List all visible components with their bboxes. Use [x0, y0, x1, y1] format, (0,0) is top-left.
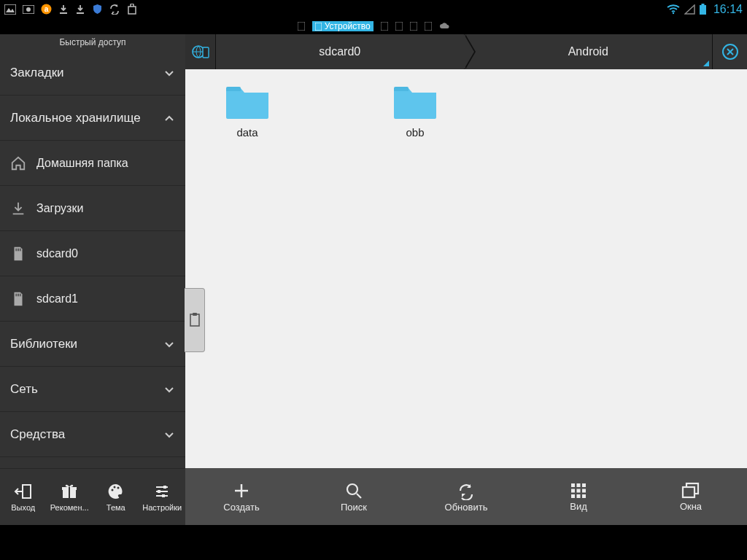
- folder-label: obb: [406, 126, 424, 139]
- android-statusbar: a 16:14: [0, 0, 747, 18]
- sidebar-item-downloads[interactable]: Загрузки: [0, 186, 185, 231]
- svg-rect-17: [20, 248, 21, 251]
- chevron-down-icon: [163, 338, 175, 350]
- folder-obb[interactable]: obb: [375, 82, 455, 139]
- svg-rect-41: [577, 489, 581, 492]
- svg-point-3: [26, 7, 31, 12]
- breadcrumb-close-button[interactable]: [712, 34, 747, 69]
- svg-rect-40: [571, 489, 575, 492]
- svg-point-27: [117, 486, 119, 489]
- chevron-down-icon: [163, 429, 175, 440]
- sidebar: Быстрый доступ Закладки Локальное хранил…: [0, 34, 185, 525]
- svg-rect-14: [425, 22, 432, 31]
- folder-grid[interactable]: data obb: [185, 69, 747, 468]
- exit-button[interactable]: Выход: [0, 469, 47, 525]
- sidebar-section-libraries[interactable]: Библиотеки: [0, 322, 185, 367]
- folder-icon: [225, 82, 270, 120]
- view-button[interactable]: Вид: [522, 468, 635, 525]
- svg-rect-47: [683, 487, 694, 497]
- download-icon: [75, 4, 85, 15]
- breadcrumb-seg-sdcard0[interactable]: sdcard0: [216, 34, 464, 69]
- chevron-down-icon: [163, 384, 175, 395]
- sdcard-icon: [10, 246, 26, 262]
- svg-rect-20: [20, 293, 21, 296]
- chevron-up-icon: [163, 112, 175, 124]
- svg-rect-43: [571, 494, 575, 498]
- folder-label: data: [236, 126, 258, 139]
- sidebar-section-bookmarks[interactable]: Закладки: [0, 50, 185, 96]
- sidebar-section-local[interactable]: Локальное хранилище: [0, 96, 185, 141]
- sidebar-item-sdcard1[interactable]: sdcard1: [0, 276, 185, 322]
- svg-rect-28: [163, 486, 166, 489]
- sidebar-section-network[interactable]: Сеть: [0, 367, 185, 412]
- shield-icon: [92, 4, 103, 15]
- svg-rect-21: [23, 485, 31, 498]
- svg-rect-0: [4, 4, 16, 15]
- sidebar-item-home[interactable]: Домашняя папка: [0, 141, 185, 186]
- svg-text:a: a: [44, 5, 49, 13]
- svg-rect-32: [203, 47, 209, 58]
- recommend-button[interactable]: Рекомен...: [47, 469, 93, 525]
- svg-rect-19: [18, 293, 19, 296]
- gift-icon: [61, 483, 78, 500]
- breadcrumb-home-button[interactable]: [185, 34, 216, 69]
- theme-button[interactable]: Тема: [93, 469, 139, 525]
- main-panel: sdcard0 Android data obb: [185, 34, 747, 525]
- sidebar-bottom-toolbar: Выход Рекомен... Тема Настройки: [0, 468, 185, 525]
- svg-rect-39: [582, 483, 586, 487]
- refresh-icon: [457, 481, 476, 500]
- close-icon: [721, 43, 739, 61]
- sidebar-title: Быстрый доступ: [0, 34, 185, 50]
- exit-icon: [14, 483, 33, 500]
- grid-icon: [570, 482, 587, 499]
- svg-rect-34: [190, 314, 199, 326]
- svg-rect-15: [15, 248, 17, 251]
- tab-device-icon[interactable]: [425, 22, 432, 31]
- settings-button[interactable]: Настройки: [139, 469, 186, 525]
- tab-device-icon[interactable]: [395, 22, 403, 31]
- svg-rect-10: [315, 23, 322, 31]
- app-icon: a: [41, 4, 52, 15]
- svg-rect-38: [577, 483, 581, 487]
- clock: 16:14: [713, 3, 743, 16]
- svg-rect-12: [395, 22, 403, 31]
- windows-icon: [681, 482, 700, 499]
- svg-rect-30: [162, 494, 165, 497]
- chevron-down-icon: [163, 67, 175, 79]
- create-button[interactable]: Создать: [185, 468, 298, 525]
- folder-data[interactable]: data: [207, 82, 287, 139]
- tab-device-icon: [298, 22, 305, 31]
- windows-button[interactable]: Окна: [635, 468, 747, 525]
- tab-cloud-icon[interactable]: [439, 23, 449, 30]
- tab-device-active[interactable]: Устройство: [312, 21, 373, 31]
- camera-icon: [23, 5, 34, 14]
- breadcrumb: sdcard0 Android: [185, 34, 747, 69]
- sidebar-item-sdcard0[interactable]: sdcard0: [0, 231, 185, 276]
- bag-icon: [127, 4, 137, 15]
- sync-icon: [109, 4, 120, 15]
- window-tabbar: Устройство: [0, 18, 747, 34]
- main-toolbar: Создать Поиск Обновить Вид Окна: [185, 468, 747, 525]
- svg-rect-11: [381, 22, 388, 31]
- folder-icon: [392, 82, 438, 120]
- download-icon: [58, 4, 69, 15]
- breadcrumb-seg-android[interactable]: Android: [464, 34, 713, 69]
- svg-rect-7: [700, 5, 706, 15]
- gallery-icon: [4, 4, 16, 15]
- svg-rect-13: [410, 22, 417, 31]
- refresh-button[interactable]: Обновить: [410, 468, 522, 525]
- svg-rect-44: [577, 494, 581, 498]
- palette-icon: [107, 483, 125, 500]
- search-button[interactable]: Поиск: [298, 468, 410, 525]
- sdcard-icon: [10, 291, 26, 307]
- search-icon: [344, 481, 363, 500]
- svg-rect-8: [701, 4, 704, 5]
- svg-rect-45: [582, 494, 586, 498]
- wifi-icon: [667, 4, 680, 15]
- sidebar-section-tools[interactable]: Средства: [0, 412, 185, 457]
- clipboard-drawer-handle[interactable]: [185, 288, 205, 352]
- svg-point-25: [111, 489, 113, 491]
- svg-rect-35: [193, 313, 197, 316]
- tab-device-icon[interactable]: [410, 22, 417, 31]
- tab-device-icon[interactable]: [381, 22, 388, 31]
